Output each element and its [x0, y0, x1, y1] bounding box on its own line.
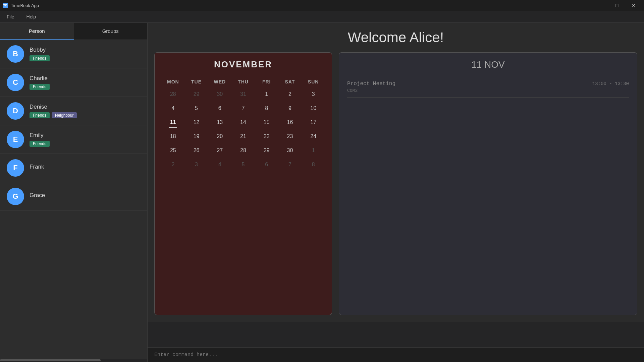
list-item[interactable]: DDeniseFriendsNeighbour	[0, 97, 147, 125]
tag-label: Friends	[30, 112, 50, 118]
events-panel: 11 NOV Project Meeting13:00 - 13:30COM2	[339, 52, 637, 315]
calendar-day[interactable]: 8	[302, 158, 325, 172]
calendar-day[interactable]: 11	[161, 115, 185, 129]
list-item[interactable]: GGrace	[0, 182, 147, 211]
person-info: Grace	[30, 192, 45, 201]
calendar-day[interactable]: 30	[208, 87, 231, 101]
calendar-day[interactable]: 3	[185, 158, 208, 172]
calendar-day[interactable]: 17	[302, 115, 325, 129]
calendar-day[interactable]: 29	[255, 143, 278, 158]
calendar-day[interactable]: 1	[302, 143, 325, 158]
avatar: D	[7, 102, 24, 120]
scrollbar-thumb	[0, 359, 101, 361]
calendar-day[interactable]: 22	[255, 129, 278, 143]
window-controls: — □ ✕	[592, 0, 641, 11]
calendar-day[interactable]: 31	[231, 87, 255, 101]
calendar-day[interactable]: 19	[185, 129, 208, 143]
calendar-day[interactable]: 4	[208, 158, 231, 172]
calendar-day-header: MON	[161, 76, 185, 87]
calendar-day[interactable]: 28	[161, 87, 185, 101]
list-item[interactable]: EEmilyFriends	[0, 125, 147, 154]
person-tags: FriendsNeighbour	[30, 112, 77, 118]
calendar: NOVEMBER MONTUEWEDTHUFRISATSUN2829303112…	[154, 52, 332, 315]
calendar-day[interactable]: 24	[302, 129, 325, 143]
person-tags: Friends	[30, 84, 50, 90]
calendar-day-header: SAT	[278, 76, 302, 87]
output-area	[148, 322, 644, 347]
calendar-day[interactable]: 3	[302, 87, 325, 101]
person-name: Frank	[30, 164, 44, 170]
menu-help[interactable]: Help	[24, 13, 39, 21]
person-info: EmilyFriends	[30, 132, 50, 147]
calendar-day[interactable]: 21	[231, 129, 255, 143]
person-info: BobbyFriends	[30, 47, 50, 61]
close-button[interactable]: ✕	[626, 0, 641, 11]
calendar-day[interactable]: 13	[208, 115, 231, 129]
minimize-button[interactable]: —	[592, 0, 608, 11]
person-name: Denise	[30, 104, 77, 110]
calendar-month: NOVEMBER	[161, 59, 325, 70]
calendar-day-header: THU	[231, 76, 255, 87]
menu-file[interactable]: File	[4, 13, 17, 21]
calendar-day[interactable]: 4	[161, 101, 185, 115]
tag-label: Neighbour	[52, 112, 77, 118]
tab-person[interactable]: Person	[0, 23, 74, 40]
app-icon: TB	[3, 3, 8, 8]
person-name: Bobby	[30, 47, 50, 53]
calendar-day[interactable]: 30	[278, 143, 302, 158]
list-item[interactable]: BBobbyFriends	[0, 40, 147, 68]
calendar-day[interactable]: 29	[185, 87, 208, 101]
calendar-day[interactable]: 27	[208, 143, 231, 158]
tab-groups[interactable]: Groups	[74, 23, 148, 40]
list-item[interactable]: CCharlieFriends	[0, 68, 147, 97]
command-input[interactable]	[154, 352, 637, 358]
calendar-events-area: NOVEMBER MONTUEWEDTHUFRISATSUN2829303112…	[148, 49, 644, 322]
person-tags: Friends	[30, 55, 50, 61]
list-item[interactable]: FFrank	[0, 154, 147, 182]
avatar: C	[7, 74, 24, 91]
calendar-day[interactable]: 10	[302, 101, 325, 115]
calendar-day[interactable]: 6	[255, 158, 278, 172]
person-list: BBobbyFriendsCCharlieFriendsDDeniseFrien…	[0, 40, 147, 359]
calendar-day[interactable]: 8	[255, 101, 278, 115]
command-bar	[148, 347, 644, 362]
event-title: Project Meeting	[347, 81, 395, 87]
calendar-day[interactable]: 23	[278, 129, 302, 143]
calendar-day-header: SUN	[302, 76, 325, 87]
calendar-day[interactable]: 2	[278, 87, 302, 101]
event-time: 13:00 - 13:30	[592, 81, 629, 86]
tag-label: Friends	[30, 55, 50, 61]
calendar-day[interactable]: 7	[231, 101, 255, 115]
calendar-day[interactable]: 25	[161, 143, 185, 158]
calendar-day[interactable]: 28	[231, 143, 255, 158]
calendar-day[interactable]: 18	[161, 129, 185, 143]
calendar-day-header: FRI	[255, 76, 278, 87]
calendar-day[interactable]: 6	[208, 101, 231, 115]
calendar-day[interactable]: 1	[255, 87, 278, 101]
events-list: Project Meeting13:00 - 13:30COM2	[347, 77, 629, 98]
calendar-day[interactable]: 12	[185, 115, 208, 129]
calendar-day[interactable]: 14	[231, 115, 255, 129]
avatar: F	[7, 159, 24, 177]
calendar-day[interactable]: 7	[278, 158, 302, 172]
person-name: Grace	[30, 192, 45, 199]
person-name: Charlie	[30, 75, 50, 82]
tag-label: Friends	[30, 84, 50, 90]
calendar-day[interactable]: 20	[208, 129, 231, 143]
events-date: 11 NOV	[347, 59, 629, 70]
calendar-day[interactable]: 15	[255, 115, 278, 129]
welcome-title: Welcome Alice!	[348, 29, 444, 46]
calendar-day[interactable]: 5	[185, 101, 208, 115]
title-bar: TB TimeBook App — □ ✕	[0, 0, 644, 11]
calendar-day[interactable]: 26	[185, 143, 208, 158]
event-location: COM2	[347, 88, 629, 93]
maximize-button[interactable]: □	[609, 0, 625, 11]
calendar-day[interactable]: 16	[278, 115, 302, 129]
calendar-day[interactable]: 5	[231, 158, 255, 172]
calendar-day[interactable]: 2	[161, 158, 185, 172]
calendar-grid: MONTUEWEDTHUFRISATSUN2829303112345678910…	[161, 76, 325, 172]
main-content: Person Groups BBobbyFriendsCCharlieFrien…	[0, 23, 644, 362]
person-info: DeniseFriendsNeighbour	[30, 104, 77, 118]
calendar-day[interactable]: 9	[278, 101, 302, 115]
list-scrollbar[interactable]	[0, 359, 147, 362]
